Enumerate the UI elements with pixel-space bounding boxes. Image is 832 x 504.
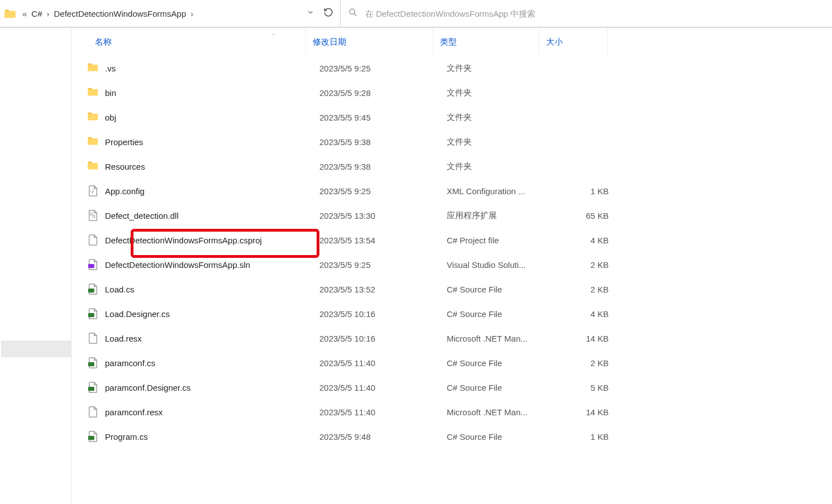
column-headers: 名称 修改日期 类型 大小 <box>71 28 832 56</box>
file-type: 文件夹 <box>447 63 553 74</box>
file-size: 4 KB <box>553 309 614 319</box>
file-type: 应用程序扩展 <box>447 210 553 221</box>
file-name: bin <box>102 88 319 98</box>
file-icon <box>85 234 102 246</box>
refresh-button[interactable] <box>323 7 333 20</box>
search-icon <box>348 8 357 19</box>
table-row[interactable]: Load.Designer.cs2023/5/5 10:16C# Source … <box>71 301 832 326</box>
file-size: 14 KB <box>553 334 614 343</box>
file-icon <box>85 333 102 344</box>
file-date: 2023/5/5 9:25 <box>319 186 447 196</box>
table-row[interactable]: paramconf.resx2023/5/5 11:40Microsoft .N… <box>71 400 832 424</box>
column-header-date[interactable]: 修改日期 <box>306 28 433 56</box>
breadcrumb-item-current[interactable]: DefectDetectionWindowsFormsApp <box>52 9 189 18</box>
file-name: Load.Designer.cs <box>102 309 319 319</box>
file-name: DefectDetectionWindowsFormsApp.sln <box>102 260 319 270</box>
file-date: 2023/5/5 9:45 <box>319 113 447 122</box>
file-size: 4 KB <box>553 236 614 245</box>
file-size: 2 KB <box>553 260 614 270</box>
file-name: paramconf.resx <box>102 407 319 417</box>
column-header-size[interactable]: 大小 <box>539 28 608 56</box>
search-box[interactable] <box>341 0 832 27</box>
table-row[interactable]: bin2023/5/5 9:28文件夹 <box>71 80 832 105</box>
file-name: paramconf.Designer.cs <box>102 383 319 392</box>
folder-icon <box>85 87 102 98</box>
breadcrumb-sep-1: › <box>45 9 52 18</box>
file-name: Load.cs <box>102 285 319 294</box>
table-row[interactable]: Resources2023/5/5 9:38文件夹 <box>71 154 832 179</box>
file-dll-icon <box>85 210 102 221</box>
file-size: 5 KB <box>553 383 614 392</box>
file-rows: .vs2023/5/5 9:25文件夹bin2023/5/5 9:28文件夹ob… <box>71 56 832 449</box>
file-name: obj <box>102 113 319 122</box>
file-date: 2023/5/5 10:16 <box>319 334 447 343</box>
breadcrumb-sep-back[interactable]: « <box>20 9 29 18</box>
table-row[interactable]: Load.cs2023/5/5 13:52C# Source File2 KB <box>71 277 832 301</box>
file-type: 文件夹 <box>447 88 553 98</box>
table-row[interactable]: paramconf.Designer.cs2023/5/5 11:40C# So… <box>71 375 832 400</box>
table-row[interactable]: Load.resx2023/5/5 10:16Microsoft .NET Ma… <box>71 326 832 351</box>
file-type: C# Source File <box>447 309 553 319</box>
table-row[interactable]: paramconf.cs2023/5/5 11:40C# Source File… <box>71 351 832 375</box>
file-date: 2023/5/5 13:30 <box>319 211 447 220</box>
file-cs-icon <box>85 284 102 295</box>
address-and-search-bar: « C# › DefectDetectionWindowsFormsApp › <box>0 0 832 28</box>
file-type: XML Configuration ... <box>447 186 553 196</box>
table-row[interactable]: obj2023/5/5 9:45文件夹 <box>71 105 832 129</box>
file-size: 14 KB <box>553 407 614 417</box>
file-cs-icon <box>85 308 102 319</box>
file-name: paramconf.cs <box>102 358 319 368</box>
file-date: 2023/5/5 9:48 <box>319 432 447 441</box>
file-type: Microsoft .NET Man... <box>447 407 553 417</box>
svg-line-1 <box>354 13 356 16</box>
table-row[interactable]: .vs2023/5/5 9:25文件夹 <box>71 56 832 80</box>
file-type: Microsoft .NET Man... <box>447 334 553 343</box>
file-size: 2 KB <box>553 285 614 294</box>
navigation-pane[interactable] <box>0 28 71 504</box>
file-date: 2023/5/5 9:38 <box>319 137 447 147</box>
folder-icon <box>85 161 102 172</box>
file-name: App.config <box>102 186 319 196</box>
file-type: C# Source File <box>447 358 553 368</box>
file-date: 2023/5/5 9:25 <box>319 64 447 73</box>
table-row[interactable]: App.config2023/5/5 9:25XML Configuration… <box>71 179 832 203</box>
file-list-pane: 名称 修改日期 类型 大小 .vs2023/5/5 9:25文件夹bin2023… <box>71 28 832 504</box>
file-size: 2 KB <box>553 358 614 368</box>
file-date: 2023/5/5 11:40 <box>319 407 447 417</box>
recent-locations-button[interactable] <box>307 8 314 18</box>
table-row[interactable]: Program.cs2023/5/5 9:48C# Source File1 K… <box>71 424 832 449</box>
file-name: Program.cs <box>102 432 319 441</box>
folder-icon <box>85 112 102 123</box>
column-header-type[interactable]: 类型 <box>433 28 539 56</box>
nav-selected-item[interactable] <box>1 340 71 357</box>
file-type: 文件夹 <box>447 161 553 172</box>
breadcrumb-sep-2: › <box>188 9 195 18</box>
file-name: Load.resx <box>102 334 319 343</box>
folder-icon <box>85 136 102 147</box>
table-row[interactable]: DefectDetectionWindowsFormsApp.csproj202… <box>71 228 832 252</box>
file-date: 2023/5/5 9:28 <box>319 88 447 98</box>
file-date: 2023/5/5 13:52 <box>319 285 447 294</box>
file-size: 65 KB <box>553 211 614 220</box>
file-date: 2023/5/5 11:40 <box>319 383 447 392</box>
file-type: 文件夹 <box>447 137 553 147</box>
file-sln-icon <box>85 259 102 270</box>
file-cs-icon <box>85 382 102 393</box>
search-input[interactable] <box>365 9 824 18</box>
file-name: Properties <box>102 137 319 147</box>
file-name: .vs <box>102 64 319 73</box>
sort-ascending-icon <box>270 31 277 39</box>
breadcrumb[interactable]: « C# › DefectDetectionWindowsFormsApp › <box>0 0 341 27</box>
table-row[interactable]: DefectDetectionWindowsFormsApp.sln2023/5… <box>71 252 832 277</box>
folder-icon <box>85 63 102 74</box>
table-row[interactable]: Defect_detection.dll2023/5/5 13:30应用程序扩展… <box>71 203 832 228</box>
file-date: 2023/5/5 9:38 <box>319 162 447 171</box>
table-row[interactable]: Properties2023/5/5 9:38文件夹 <box>71 129 832 154</box>
file-date: 2023/5/5 10:16 <box>319 309 447 319</box>
file-icon <box>85 406 102 417</box>
file-type: C# Source File <box>447 383 553 392</box>
file-type: Visual Studio Soluti... <box>447 260 553 270</box>
file-config-icon <box>85 185 102 196</box>
breadcrumb-item-parent[interactable]: C# <box>29 9 44 18</box>
file-date: 2023/5/5 11:40 <box>319 358 447 368</box>
